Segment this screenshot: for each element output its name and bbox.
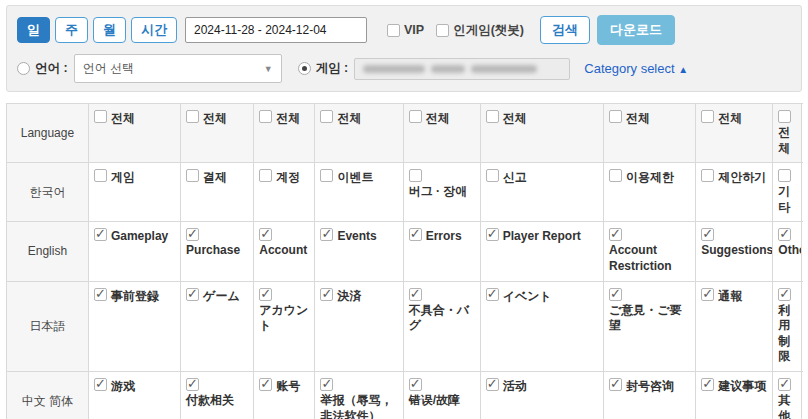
category-cell: 付款相关 <box>181 371 254 419</box>
triangle-up-icon: ▲ <box>678 64 688 75</box>
checkbox-icon[interactable] <box>609 169 622 182</box>
filter-panel: 일 주 월 시간 VIP 인게임(챗봇) 검색 다운로드 언어 : 언어 선택 … <box>6 5 802 92</box>
category-cell: 游戏 <box>88 371 180 419</box>
checkbox-checked-icon[interactable] <box>409 228 422 241</box>
checkbox-checked-icon[interactable] <box>701 288 714 301</box>
category-cell: 通報 <box>696 281 773 371</box>
checkbox-icon[interactable] <box>486 110 499 123</box>
checkbox-icon[interactable] <box>94 110 107 123</box>
checkbox-checked-icon[interactable] <box>609 228 622 241</box>
date-range-input[interactable] <box>185 17 367 43</box>
category-label: Purchase <box>186 242 240 259</box>
checkbox-checked-icon[interactable] <box>320 288 333 301</box>
select-all-label: 전체 <box>426 110 450 127</box>
period-day-button[interactable]: 일 <box>17 17 50 43</box>
checkbox-icon[interactable] <box>409 169 422 182</box>
checkbox-icon[interactable] <box>320 169 333 182</box>
category-table: Language전체전체전체전체전체전체전체전체전체전체 한국어게임결제계정이벤… <box>6 103 802 419</box>
checkbox-checked-icon[interactable] <box>320 228 333 241</box>
category-label: 제안하기 <box>718 169 766 186</box>
checkbox-checked-icon[interactable] <box>186 378 199 391</box>
category-cell: 建议事项 <box>696 371 773 419</box>
category-select-label: Category select <box>584 61 674 76</box>
period-time-button[interactable]: 시간 <box>131 17 177 43</box>
redacted-text-blur <box>471 65 537 73</box>
period-month-button[interactable]: 월 <box>93 17 126 43</box>
category-cell: イベント <box>480 281 603 371</box>
checkbox-icon[interactable] <box>259 110 272 123</box>
language-select[interactable]: 언어 선택 ▼ <box>74 54 282 83</box>
checkbox-checked-icon[interactable] <box>94 378 107 391</box>
checkbox-checked-icon[interactable] <box>94 288 107 301</box>
download-button[interactable]: 다운로드 <box>597 15 675 45</box>
language-header-cell: Language <box>7 104 89 163</box>
select-all-cell: 전체 <box>88 104 180 163</box>
checkbox-checked-icon[interactable] <box>409 288 422 301</box>
language-radio[interactable] <box>17 62 30 75</box>
checkbox-icon[interactable] <box>320 110 333 123</box>
checkbox-checked-icon[interactable] <box>186 228 199 241</box>
category-label: 버그 · 장애 <box>409 183 468 200</box>
select-all-label: 전체 <box>503 110 527 127</box>
checkbox-checked-icon[interactable] <box>486 378 499 391</box>
search-button[interactable]: 검색 <box>540 16 590 44</box>
checkbox-checked-icon[interactable] <box>409 378 422 391</box>
select-all-cell: 전체 <box>181 104 254 163</box>
period-week-button[interactable]: 주 <box>55 17 88 43</box>
select-all-cell: 전체 <box>254 104 315 163</box>
category-label: 通報 <box>718 288 742 305</box>
category-label: 결제 <box>203 169 227 186</box>
select-all-cell: 전체 <box>315 104 403 163</box>
checkbox-icon[interactable] <box>186 169 199 182</box>
select-all-cell: 전체 <box>696 104 773 163</box>
checkbox-icon[interactable] <box>701 169 714 182</box>
category-select-link[interactable]: Category select ▲ <box>584 61 688 76</box>
checkbox-icon[interactable] <box>94 169 107 182</box>
table-header: Language전체전체전체전체전체전체전체전체전체전체 <box>7 104 802 163</box>
checkbox-checked-icon[interactable] <box>186 288 199 301</box>
category-label: ゲーム <box>203 288 240 305</box>
category-label: 举报（辱骂，非法软件） <box>320 392 397 419</box>
category-cell: 신고 <box>480 163 603 222</box>
language-row: 日本語事前登録ゲームアカウント決済不具合・バグイベントご意見・ご要望通報利用制限… <box>7 281 802 371</box>
category-cell: 이용제한 <box>603 163 695 222</box>
checkbox-icon[interactable] <box>778 110 791 123</box>
checkbox-checked-icon[interactable] <box>701 228 714 241</box>
checkbox-checked-icon[interactable] <box>778 228 791 241</box>
select-all-label: 전체 <box>276 110 300 127</box>
select-all-label: 전체 <box>718 110 742 127</box>
checkbox-checked-icon[interactable] <box>320 378 333 391</box>
game-value-field[interactable] <box>354 58 570 80</box>
checkbox-checked-icon[interactable] <box>259 378 272 391</box>
checkbox-checked-icon[interactable] <box>701 378 714 391</box>
checkbox-checked-icon[interactable] <box>94 228 107 241</box>
category-cell: 버그 · 장애 <box>403 163 480 222</box>
redacted-text-blur <box>363 65 425 73</box>
checkbox-checked-icon[interactable] <box>259 228 272 241</box>
checkbox-checked-icon[interactable] <box>486 228 499 241</box>
checkbox-checked-icon[interactable] <box>609 288 622 301</box>
checkbox-icon[interactable] <box>701 110 714 123</box>
checkbox-checked-icon[interactable] <box>486 288 499 301</box>
ingame-chatbot-checkbox[interactable] <box>436 24 449 37</box>
category-label: 계정 <box>276 169 300 186</box>
select-all-label: 전체 <box>337 110 361 127</box>
checkbox-checked-icon[interactable] <box>778 288 791 301</box>
vip-checkbox[interactable] <box>387 24 400 37</box>
category-label: 事前登録 <box>111 288 159 305</box>
checkbox-icon[interactable] <box>778 169 791 182</box>
checkbox-checked-icon[interactable] <box>778 378 791 391</box>
checkbox-icon[interactable] <box>609 110 622 123</box>
checkbox-icon[interactable] <box>486 169 499 182</box>
game-radio[interactable] <box>298 62 311 75</box>
checkbox-checked-icon[interactable] <box>259 288 272 301</box>
language-cell: English <box>7 222 89 281</box>
checkbox-icon[interactable] <box>409 110 422 123</box>
select-all-cell: 전체 <box>403 104 480 163</box>
category-cell: ゲーム <box>181 281 254 371</box>
checkbox-checked-icon[interactable] <box>609 378 622 391</box>
checkbox-icon[interactable] <box>259 169 272 182</box>
category-label: Events <box>337 228 376 245</box>
category-label: Suggestions <box>701 242 767 259</box>
checkbox-icon[interactable] <box>186 110 199 123</box>
